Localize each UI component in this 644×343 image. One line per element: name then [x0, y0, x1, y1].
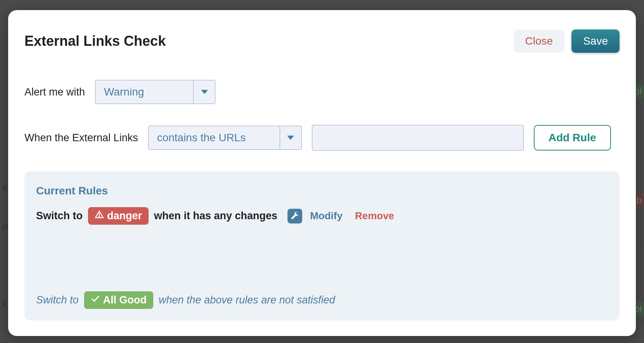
label-when-external-links: When the External Links [24, 132, 138, 144]
save-button[interactable]: Save [571, 29, 620, 53]
add-rule-button[interactable]: Add Rule [534, 125, 611, 151]
check-icon [91, 294, 100, 306]
rule-condition: when it has any changes [154, 210, 277, 222]
fallback-suffix: when the above rules are not satisfied [159, 294, 335, 306]
chevron-down-icon [193, 80, 215, 104]
modal-external-links-check: External Links Check Close Save Alert me… [8, 10, 636, 336]
badge-danger: danger [88, 207, 149, 225]
select-alert-level[interactable]: Warning [95, 80, 215, 104]
modal-overlay: External Links Check Close Save Alert me… [0, 0, 644, 343]
row-condition: When the External Links contains the URL… [24, 125, 620, 151]
chevron-down-icon [280, 126, 301, 149]
label-alert-me-with: Alert me with [24, 86, 85, 98]
select-condition[interactable]: contains the URLs [148, 126, 302, 150]
input-url-value[interactable] [312, 125, 524, 151]
form-area: Alert me with Warning When the External … [24, 80, 620, 151]
rule-prefix: Switch to [36, 210, 83, 222]
close-button[interactable]: Close [514, 29, 565, 53]
badge-all-good: All Good [84, 291, 153, 309]
svg-point-1 [99, 216, 100, 217]
select-alert-level-value: Warning [95, 80, 193, 104]
modal-title: External Links Check [24, 33, 166, 49]
current-rules-title: Current Rules [36, 185, 608, 197]
fallback-prefix: Switch to [36, 294, 79, 306]
row-alert-level: Alert me with Warning [24, 80, 620, 104]
current-rules-panel: Current Rules Switch to danger when it h… [24, 172, 620, 320]
fallback-rule-row: Switch to All Good when the above rules … [36, 280, 608, 309]
badge-all-good-label: All Good [103, 294, 147, 306]
warning-triangle-icon [95, 210, 104, 222]
modal-header: External Links Check Close Save [24, 29, 620, 53]
modify-link[interactable]: Modify [310, 210, 343, 222]
select-condition-value: contains the URLs [149, 126, 280, 149]
remove-link[interactable]: Remove [355, 210, 394, 222]
header-buttons: Close Save [514, 29, 620, 53]
wrench-icon[interactable] [287, 209, 302, 223]
badge-danger-label: danger [107, 210, 142, 222]
rule-row: Switch to danger when it has any changes… [36, 207, 608, 225]
